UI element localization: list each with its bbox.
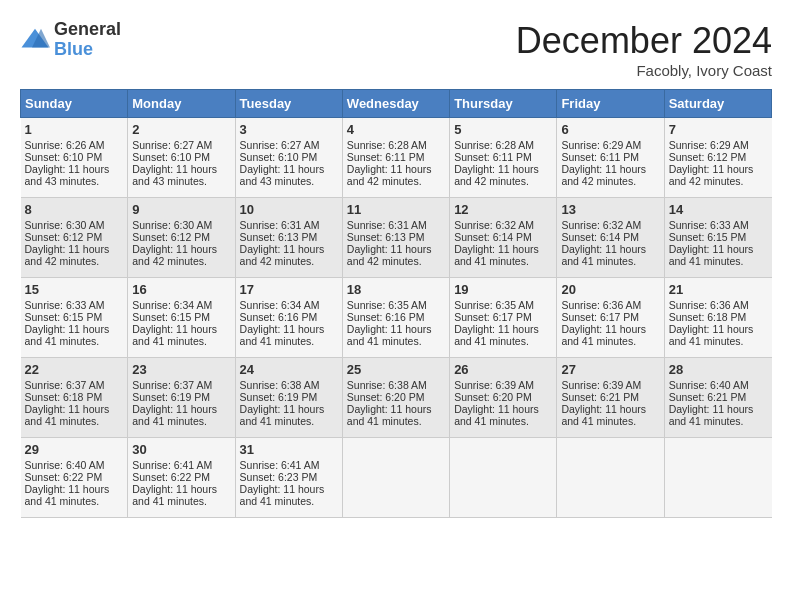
day-info-line: Daylight: 11 hours [240, 163, 338, 175]
day-number: 4 [347, 122, 445, 137]
day-info-line: Sunrise: 6:30 AM [25, 219, 124, 231]
day-info-line: Sunrise: 6:35 AM [454, 299, 552, 311]
day-info-line: and 42 minutes. [132, 255, 230, 267]
day-info-line: Daylight: 11 hours [347, 163, 445, 175]
day-info-line: Daylight: 11 hours [132, 403, 230, 415]
calendar-table: SundayMondayTuesdayWednesdayThursdayFrid… [20, 89, 772, 518]
day-info-line: Sunset: 6:12 PM [25, 231, 124, 243]
day-info-line: and 43 minutes. [132, 175, 230, 187]
day-info-line: Daylight: 11 hours [25, 403, 124, 415]
calendar-header: SundayMondayTuesdayWednesdayThursdayFrid… [21, 90, 772, 118]
day-info-line: Sunrise: 6:40 AM [25, 459, 124, 471]
day-info-line: Daylight: 11 hours [669, 323, 768, 335]
day-number: 8 [25, 202, 124, 217]
header-day: Wednesday [342, 90, 449, 118]
calendar-cell: 27Sunrise: 6:39 AMSunset: 6:21 PMDayligh… [557, 358, 664, 438]
day-info-line: Sunrise: 6:28 AM [347, 139, 445, 151]
day-info-line: Sunset: 6:19 PM [240, 391, 338, 403]
day-info-line: Sunrise: 6:26 AM [25, 139, 124, 151]
day-info-line: Sunrise: 6:38 AM [347, 379, 445, 391]
day-number: 24 [240, 362, 338, 377]
day-info-line: Sunset: 6:20 PM [347, 391, 445, 403]
calendar-cell: 14Sunrise: 6:33 AMSunset: 6:15 PMDayligh… [664, 198, 771, 278]
day-info-line: Sunset: 6:18 PM [669, 311, 768, 323]
day-info-line: and 41 minutes. [454, 415, 552, 427]
day-number: 20 [561, 282, 659, 297]
day-number: 22 [25, 362, 124, 377]
day-info-line: Sunrise: 6:34 AM [240, 299, 338, 311]
day-info-line: Daylight: 11 hours [25, 323, 124, 335]
day-info-line: and 42 minutes. [240, 255, 338, 267]
day-info-line: Sunset: 6:15 PM [669, 231, 768, 243]
day-info-line: and 41 minutes. [240, 415, 338, 427]
calendar-cell: 31Sunrise: 6:41 AMSunset: 6:23 PMDayligh… [235, 438, 342, 518]
day-info-line: Daylight: 11 hours [240, 483, 338, 495]
day-number: 12 [454, 202, 552, 217]
day-info-line: Sunrise: 6:28 AM [454, 139, 552, 151]
logo-icon [20, 25, 50, 55]
day-info-line: Daylight: 11 hours [132, 163, 230, 175]
day-info-line: Sunset: 6:16 PM [240, 311, 338, 323]
calendar-cell: 19Sunrise: 6:35 AMSunset: 6:17 PMDayligh… [450, 278, 557, 358]
day-info-line: and 41 minutes. [25, 495, 124, 507]
day-info-line: and 41 minutes. [669, 415, 768, 427]
header-day: Tuesday [235, 90, 342, 118]
calendar-cell [664, 438, 771, 518]
day-info-line: and 42 minutes. [454, 175, 552, 187]
day-info-line: and 41 minutes. [454, 255, 552, 267]
day-info-line: Sunrise: 6:32 AM [454, 219, 552, 231]
day-info-line: Daylight: 11 hours [561, 403, 659, 415]
day-info-line: and 43 minutes. [240, 175, 338, 187]
day-info-line: Daylight: 11 hours [454, 163, 552, 175]
day-info-line: Sunset: 6:21 PM [561, 391, 659, 403]
day-info-line: Daylight: 11 hours [454, 243, 552, 255]
calendar-cell: 24Sunrise: 6:38 AMSunset: 6:19 PMDayligh… [235, 358, 342, 438]
calendar-cell: 28Sunrise: 6:40 AMSunset: 6:21 PMDayligh… [664, 358, 771, 438]
day-number: 14 [669, 202, 768, 217]
day-info-line: and 42 minutes. [669, 175, 768, 187]
calendar-cell: 20Sunrise: 6:36 AMSunset: 6:17 PMDayligh… [557, 278, 664, 358]
day-info-line: Sunset: 6:14 PM [561, 231, 659, 243]
day-number: 21 [669, 282, 768, 297]
page-header: General Blue December 2024 Facobly, Ivor… [20, 20, 772, 79]
day-info-line: and 41 minutes. [347, 415, 445, 427]
day-info-line: Daylight: 11 hours [25, 163, 124, 175]
calendar-cell: 23Sunrise: 6:37 AMSunset: 6:19 PMDayligh… [128, 358, 235, 438]
title-block: December 2024 Facobly, Ivory Coast [516, 20, 772, 79]
calendar-cell: 6Sunrise: 6:29 AMSunset: 6:11 PMDaylight… [557, 118, 664, 198]
day-info-line: Sunset: 6:12 PM [132, 231, 230, 243]
day-info-line: Sunrise: 6:33 AM [25, 299, 124, 311]
day-info-line: Daylight: 11 hours [669, 243, 768, 255]
day-number: 30 [132, 442, 230, 457]
day-number: 15 [25, 282, 124, 297]
day-number: 11 [347, 202, 445, 217]
day-info-line: Daylight: 11 hours [669, 403, 768, 415]
day-info-line: and 41 minutes. [561, 415, 659, 427]
day-info-line: Sunrise: 6:37 AM [132, 379, 230, 391]
day-info-line: Daylight: 11 hours [132, 243, 230, 255]
calendar-week-row: 15Sunrise: 6:33 AMSunset: 6:15 PMDayligh… [21, 278, 772, 358]
day-info-line: Daylight: 11 hours [347, 323, 445, 335]
day-info-line: Sunrise: 6:33 AM [669, 219, 768, 231]
day-info-line: Daylight: 11 hours [454, 403, 552, 415]
calendar-cell: 8Sunrise: 6:30 AMSunset: 6:12 PMDaylight… [21, 198, 128, 278]
day-info-line: Sunset: 6:23 PM [240, 471, 338, 483]
day-number: 28 [669, 362, 768, 377]
day-info-line: Sunset: 6:22 PM [25, 471, 124, 483]
day-info-line: and 41 minutes. [561, 335, 659, 347]
day-number: 1 [25, 122, 124, 137]
logo: General Blue [20, 20, 121, 60]
day-info-line: and 41 minutes. [25, 335, 124, 347]
day-info-line: Daylight: 11 hours [240, 243, 338, 255]
calendar-cell: 13Sunrise: 6:32 AMSunset: 6:14 PMDayligh… [557, 198, 664, 278]
day-info-line: Daylight: 11 hours [669, 163, 768, 175]
calendar-cell: 30Sunrise: 6:41 AMSunset: 6:22 PMDayligh… [128, 438, 235, 518]
day-info-line: Sunset: 6:12 PM [669, 151, 768, 163]
header-day: Thursday [450, 90, 557, 118]
calendar-cell: 22Sunrise: 6:37 AMSunset: 6:18 PMDayligh… [21, 358, 128, 438]
day-info-line: Sunset: 6:13 PM [347, 231, 445, 243]
day-info-line: Sunset: 6:18 PM [25, 391, 124, 403]
day-number: 9 [132, 202, 230, 217]
calendar-cell: 15Sunrise: 6:33 AMSunset: 6:15 PMDayligh… [21, 278, 128, 358]
day-info-line: Sunset: 6:15 PM [25, 311, 124, 323]
